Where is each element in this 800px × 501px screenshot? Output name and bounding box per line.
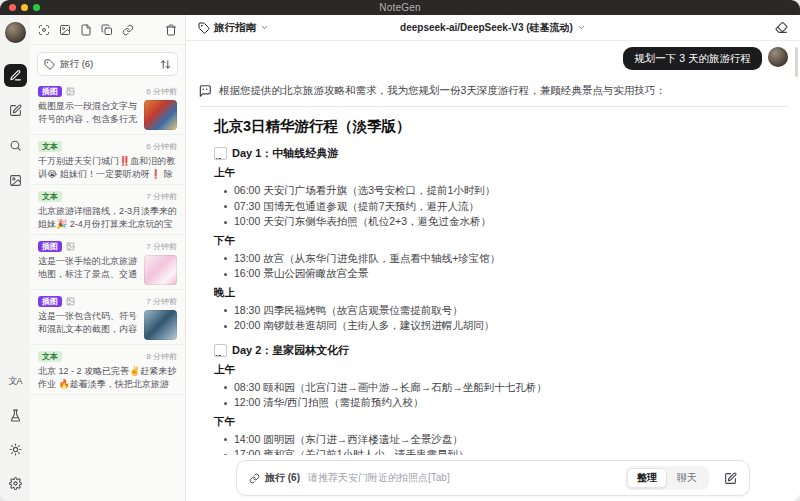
- time-of-day-label: 下午: [214, 234, 786, 248]
- link-capture-button[interactable]: [122, 24, 134, 36]
- itinerary-item: 12:00 清华/西门拍照（需提前预约入校）: [224, 395, 786, 411]
- image-attachment-icon: [66, 242, 75, 251]
- organize-mode-button[interactable]: 整理: [627, 468, 667, 488]
- note-card[interactable]: 文本6 分钟前千万别进天安门城门‼️血和泪的教训😭 姐妹们！一定要听劝呀❗ 除非…: [30, 135, 185, 185]
- itinerary-item: 14:00 圆明园（东门进→西洋楼遗址→全景沙盘）: [224, 432, 786, 448]
- write-mode-button[interactable]: [4, 99, 27, 122]
- itinerary-item: 08:30 颐和园（北宫门进→画中游→长廊→石舫→坐船到十七孔桥）: [224, 380, 786, 396]
- itinerary-list: 14:00 圆明园（东门进→西洋楼遗址→全景沙盘）17:00 雍和宫（关门前1小…: [214, 432, 786, 456]
- itinerary-item: 07:30 国博无包通道参观（提前7天预约，避开人流）: [224, 199, 786, 215]
- card-type-badge: 文本: [38, 351, 62, 362]
- gallery-button[interactable]: [4, 169, 27, 192]
- search-button[interactable]: [4, 134, 27, 157]
- notes-panel: 旅行 (6) 插图6 分钟前截图显示一段混合文字与符号的内容，包含多行无序排列的…: [30, 15, 186, 501]
- chat-input-bar[interactable]: 旅行 (6) 请推荐天安门附近的拍照点[Tab] 整理 聊天: [236, 460, 750, 496]
- time-of-day-label: 上午: [214, 166, 786, 180]
- itinerary-list: 06:00 天安门广场看升旗（选3号安检口，提前1小时到）07:30 国博无包通…: [214, 183, 786, 230]
- chevron-down-icon: [577, 23, 586, 32]
- link-icon: [249, 473, 260, 484]
- calendar-icon: 17: [214, 344, 227, 357]
- chat-mode-button[interactable]: 聊天: [667, 468, 707, 488]
- note-thumbnail: [144, 255, 177, 285]
- time-of-day-label: 上午: [214, 363, 786, 377]
- input-tag-label: 旅行 (6): [265, 471, 300, 485]
- note-card[interactable]: 文本7 分钟前北京旅游详细路线，2-3月淡季来的姐妹🎉 2-4月份打算来北京玩的…: [30, 185, 185, 235]
- tag-filter-select[interactable]: 旅行 (6): [37, 52, 178, 76]
- card-preview-text: 千万别进天安门城门‼️血和泪的教训😭 姐妹们！一定要听劝呀❗ 除非是预约了参观天…: [38, 155, 177, 180]
- notegen-window: NoteGen 文A: [0, 0, 800, 501]
- bot-icon: [198, 84, 212, 98]
- itinerary-list: 08:30 颐和园（北宫门进→画中游→长廊→石舫→坐船到十七孔桥）12:00 清…: [214, 380, 786, 411]
- image-attachment-icon: [66, 297, 75, 306]
- assistant-intro-text: 根据您提供的北京旅游攻略和需求，我为您规划一份3天深度游行程，兼顾经典景点与实用…: [219, 83, 666, 97]
- clipboard-capture-button[interactable]: [101, 24, 113, 36]
- itinerary-item: 16:00 景山公园俯瞰故宫全景: [224, 266, 786, 282]
- user-avatar: [768, 47, 788, 67]
- record-mode-button[interactable]: [4, 64, 27, 87]
- screenshot-capture-button[interactable]: [38, 24, 50, 36]
- note-tag-label: 旅行指南: [214, 21, 256, 35]
- card-timestamp: 6 分钟前: [146, 141, 177, 152]
- itinerary-list: 13:00 故宫（从东华门进免排队，重点看中轴线+珍宝馆）16:00 景山公园俯…: [214, 251, 786, 282]
- tag-filter-label: 旅行 (6): [60, 58, 155, 71]
- main-area: 旅行指南 deepseek-ai/DeepSeek-V3 (硅基流动) 规划一下…: [186, 15, 800, 501]
- clear-chat-button[interactable]: [775, 21, 788, 34]
- images-icon: [9, 174, 22, 187]
- chat-input[interactable]: 请推荐天安门附近的拍照点[Tab]: [308, 471, 617, 485]
- flask-icon: [9, 409, 22, 422]
- card-type-badge: 插图: [38, 86, 62, 97]
- chat-scroll-area[interactable]: 规划一下 3 天的旅游行程 根据您提供的北京旅游攻略和需求，我为您规划一份3天深…: [186, 41, 800, 455]
- user-message-row: 规划一下 3 天的旅游行程: [198, 41, 788, 70]
- theme-toggle-button[interactable]: [4, 438, 27, 461]
- scrollbar-thumb[interactable]: [795, 47, 798, 77]
- note-card[interactable]: 插图7 分钟前这是一张手绘的北京旅游地图，标注了景点、交通方式和门票价格，如天安…: [30, 235, 185, 290]
- note-card[interactable]: 插图7 分钟前这是一张包含代码、符号和混乱文本的截图，内容难以解读，似乎涉及技术…: [30, 290, 185, 345]
- trash-button[interactable]: [165, 24, 177, 36]
- assistant-message-row: 根据您提供的北京旅游攻略和需求，我为您规划一份3天深度游行程，兼顾经典景点与实用…: [198, 83, 788, 98]
- chevron-down-icon: [260, 23, 269, 32]
- sort-icon[interactable]: [160, 59, 171, 70]
- capture-toolbar: [30, 15, 185, 45]
- itinerary-item: 10:00 天安门东侧华表拍照（机位2+3，避免过金水桥）: [224, 214, 786, 230]
- tag-icon: [44, 59, 55, 70]
- file-capture-button[interactable]: [80, 24, 92, 36]
- input-context-tag[interactable]: 旅行 (6): [249, 471, 300, 485]
- model-selector[interactable]: deepseek-ai/DeepSeek-V3 (硅基流动): [400, 21, 573, 35]
- search-icon: [9, 139, 22, 152]
- square-pen-icon: [724, 472, 737, 485]
- note-card[interactable]: 插图6 分钟前截图显示一段混合文字与符号的内容，包含多行无序排列的字母、数字和符…: [30, 80, 185, 135]
- itinerary-item: 06:00 天安门广场看升旗（选3号安检口，提前1小时到）: [224, 183, 786, 199]
- card-timestamp: 6 分钟前: [146, 86, 177, 97]
- note-thumbnail: [144, 310, 177, 340]
- note-tag-selector[interactable]: 旅行指南: [198, 21, 269, 35]
- itinerary-item: 13:00 故宫（从东华门进免排队，重点看中轴线+珍宝馆）: [224, 251, 786, 267]
- card-timestamp: 7 分钟前: [146, 241, 177, 252]
- languages-icon: 文A: [8, 375, 21, 388]
- card-preview-text: 这是一张手绘的北京旅游地图，标注了景点、交通方式和门票价格，如天安...: [38, 255, 138, 280]
- eraser-icon: [775, 21, 788, 34]
- pen-icon: [9, 69, 22, 82]
- user-avatar[interactable]: [5, 22, 26, 43]
- card-timestamp: 8 分钟前: [146, 351, 177, 362]
- day-heading-text: Day 2：皇家园林文化行: [232, 343, 349, 358]
- note-thumbnail: [144, 100, 177, 130]
- chat-footer: 旅行 (6) 请推荐天安门附近的拍照点[Tab] 整理 聊天: [186, 455, 800, 501]
- calendar-icon: 17: [214, 147, 227, 160]
- app-title: NoteGen: [0, 2, 800, 13]
- gear-icon: [9, 477, 22, 490]
- language-button[interactable]: 文A: [4, 370, 27, 393]
- itinerary-item: 18:30 四季民福烤鸭（故宫店观景位需提前取号）: [224, 303, 786, 319]
- card-timestamp: 7 分钟前: [146, 191, 177, 202]
- new-chat-button[interactable]: [717, 465, 743, 491]
- square-pen-icon: [9, 104, 22, 117]
- card-type-badge: 插图: [38, 296, 62, 307]
- note-card[interactable]: 文本8 分钟前北京 12 - 2 攻略已完善✌️赶紧来抄作业 🔥趁着淡季，快把北…: [30, 345, 185, 395]
- image-capture-button[interactable]: [59, 24, 71, 36]
- note-card-list: 插图6 分钟前截图显示一段混合文字与符号的内容，包含多行无序排列的字母、数字和符…: [30, 80, 185, 395]
- titlebar: NoteGen: [0, 0, 800, 15]
- article-title: 北京3日精华游行程（淡季版）: [214, 117, 786, 136]
- card-type-badge: 文本: [38, 141, 62, 152]
- settings-button[interactable]: [4, 472, 27, 495]
- itinerary-article: 北京3日精华游行程（淡季版） 17Day 1：中轴线经典游上午06:00 天安门…: [198, 107, 788, 455]
- experiment-button[interactable]: [4, 404, 27, 427]
